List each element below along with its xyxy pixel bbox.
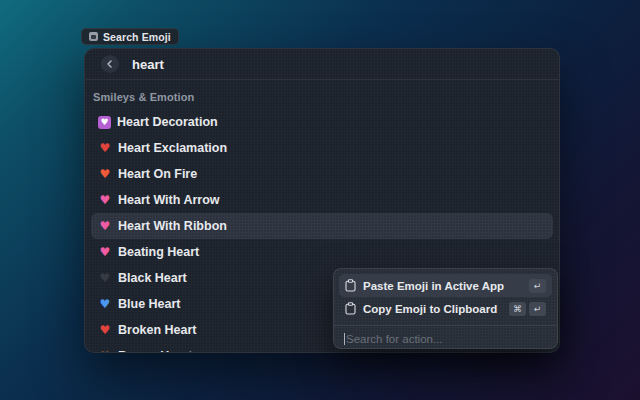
heart-emoji-icon: ♥ — [98, 116, 111, 129]
emoji-label: Broken Heart — [118, 323, 197, 337]
action-item[interactable]: Copy Emoji to Clipboard⌘↵ — [339, 297, 552, 320]
heart-emoji-icon: ♥ — [98, 167, 112, 181]
heart-emoji-icon: ♥ — [98, 141, 112, 155]
emoji-label: Beating Heart — [118, 245, 199, 259]
emoji-row[interactable]: ♥Heart On Fire — [91, 161, 553, 187]
back-button[interactable] — [101, 55, 119, 73]
action-item[interactable]: Paste Emoji in Active App↵ — [339, 274, 552, 297]
heart-emoji-icon: ♥ — [98, 271, 112, 285]
search-bar — [85, 49, 559, 79]
emoji-row[interactable]: ♥Heart With Arrow — [91, 187, 553, 213]
heart-emoji-icon: ♥ — [98, 349, 112, 353]
emoji-label: Heart On Fire — [118, 167, 197, 181]
shortcut-keys: ↵ — [529, 279, 546, 293]
clipboard-icon — [345, 279, 356, 292]
action-list: Paste Emoji in Active App↵Copy Emoji to … — [334, 269, 557, 320]
key-badge: ↵ — [529, 302, 546, 316]
action-search-input[interactable] — [346, 333, 547, 345]
tag-label: Search Emoji — [103, 31, 171, 43]
text-caret — [344, 333, 345, 345]
emoji-label: Heart Decoration — [117, 115, 218, 129]
action-label: Copy Emoji to Clipboard — [363, 303, 502, 315]
emoji-label: Blue Heart — [118, 297, 181, 311]
emoji-label: Heart With Ribbon — [118, 219, 227, 233]
search-emoji-tag[interactable]: Search Emoji — [81, 28, 179, 45]
emoji-label: Heart With Arrow — [118, 193, 220, 207]
emoji-row[interactable]: ♥Heart With Ribbon — [91, 213, 553, 239]
heart-emoji-icon: ♥ — [98, 297, 112, 311]
shortcut-keys: ⌘↵ — [509, 302, 546, 316]
search-input[interactable] — [132, 57, 543, 72]
clipboard-icon — [345, 302, 356, 315]
emoji-label: Brown Heart — [118, 349, 192, 353]
heart-emoji-icon: ♥ — [98, 323, 112, 337]
heart-emoji-icon: ♥ — [98, 245, 112, 259]
key-badge: ↵ — [529, 279, 546, 293]
emoji-row[interactable]: ♥Heart Decoration — [91, 109, 553, 135]
action-panel: Paste Emoji in Active App↵Copy Emoji to … — [333, 268, 558, 349]
emoji-label: Black Heart — [118, 271, 187, 285]
desktop-background: Search Emoji Smileys & Emotion ♥Heart De… — [0, 0, 640, 400]
emoji-row[interactable]: ♥Beating Heart — [91, 239, 553, 265]
heart-emoji-icon: ♥ — [98, 193, 112, 207]
chevron-left-icon — [106, 60, 114, 68]
app-window-icon — [89, 32, 98, 41]
section-header: Smileys & Emotion — [91, 88, 553, 109]
action-search[interactable] — [334, 326, 557, 349]
heart-emoji-icon: ♥ — [98, 219, 112, 233]
action-label: Paste Emoji in Active App — [363, 280, 522, 292]
emoji-row[interactable]: ♥Heart Exclamation — [91, 135, 553, 161]
emoji-label: Heart Exclamation — [118, 141, 227, 155]
key-badge: ⌘ — [509, 302, 526, 316]
